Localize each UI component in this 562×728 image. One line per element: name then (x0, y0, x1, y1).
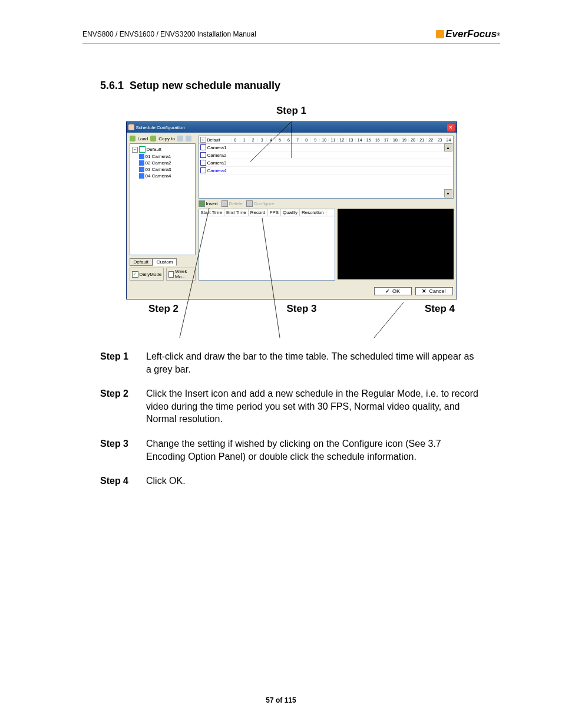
manual-title: ENVS800 / ENVS1600 / ENVS3200 Installati… (82, 30, 256, 38)
load-button[interactable]: Load (138, 136, 148, 141)
col-starttime[interactable]: Start Time (199, 209, 224, 216)
col-endtime[interactable]: End Time (224, 209, 249, 216)
col-quality[interactable]: Quality (281, 209, 300, 216)
step4-caption: Step 4 (425, 303, 455, 315)
weekmode-checkbox[interactable]: Week Mo... (166, 268, 195, 281)
close-button[interactable]: × (447, 124, 455, 131)
scroll-up-button[interactable]: ▲ (444, 143, 452, 151)
scroll-down-button[interactable]: ▼ (444, 189, 452, 197)
insert-icon (199, 200, 205, 207)
step3-caption: Step 3 (286, 303, 316, 315)
copyto-icon (150, 136, 156, 141)
ok-button[interactable]: ✓OK (374, 287, 412, 295)
step1-caption: Step 1 (85, 105, 498, 117)
col-fps[interactable]: FPS (268, 209, 282, 216)
section-heading: 5.6.1 Setup new schedule manually (100, 80, 500, 92)
tab-custom[interactable]: Custom (153, 258, 177, 266)
schedule-table[interactable]: Start Time End Time Record FPS Quality R… (199, 209, 335, 281)
cancel-button[interactable]: ✕Cancel (415, 287, 453, 295)
video-preview (338, 209, 454, 279)
brand-logo: EverFocus® (436, 28, 500, 40)
figure: Step 1 Schedule Configuration × Load Cop… (85, 105, 498, 315)
timeline-grid[interactable]: +Default 0123456789101112131415161718192… (199, 136, 454, 199)
schedule-dialog: Schedule Configuration × Load Copy to −D… (126, 121, 457, 299)
insert-button[interactable]: Insert (199, 200, 218, 207)
copyto-button[interactable]: Copy to (158, 136, 175, 141)
tool-icon-2[interactable] (186, 136, 191, 141)
device-tree[interactable]: −Default 01 Camera1 02 Camera2 03 Camera… (130, 143, 196, 255)
load-icon (130, 136, 135, 141)
configure-button[interactable]: Configure (246, 200, 275, 207)
dialog-icon (128, 124, 134, 130)
col-record[interactable]: Record (249, 209, 268, 216)
dialog-titlebar: Schedule Configuration × (127, 122, 457, 133)
page-header: ENVS800 / ENVS1600 / ENVS3200 Installati… (82, 28, 500, 44)
step2-caption: Step 2 (148, 303, 178, 315)
tab-default[interactable]: Default (130, 258, 153, 266)
delete-icon (222, 200, 228, 207)
col-resolution[interactable]: Resolution (300, 209, 326, 216)
dialog-title: Schedule Configuration (136, 125, 185, 130)
configure-icon (246, 200, 253, 207)
tool-icon-1[interactable] (177, 136, 183, 141)
left-toolbar: Load Copy to (130, 136, 196, 141)
delete-button[interactable]: Delete (222, 200, 243, 207)
dailymode-checkbox[interactable]: ✓DailyMode (130, 268, 164, 281)
page-number: 57 of 115 (0, 696, 562, 704)
step-descriptions: Step 1Left-click and draw the bar to the… (100, 350, 482, 487)
